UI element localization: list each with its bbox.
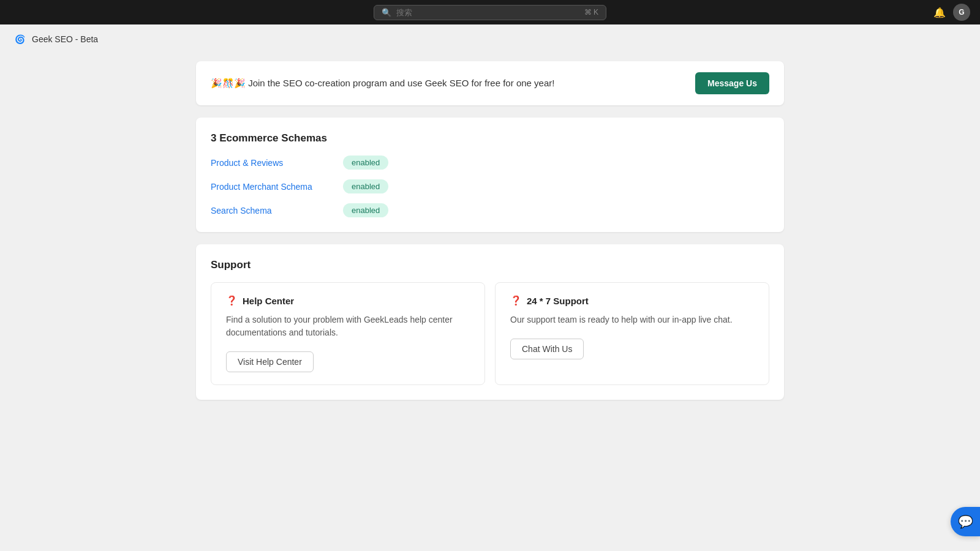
banner-message: Join the SEO co-creation program and use… xyxy=(246,78,554,88)
chat-with-us-button[interactable]: Chat With Us xyxy=(510,339,584,359)
support-247-title: 24 * 7 Support xyxy=(527,296,589,306)
logo-emoji: 🌀 xyxy=(15,34,25,44)
search-schema-link[interactable]: Search Schema xyxy=(211,206,333,216)
product-merchant-link[interactable]: Product Merchant Schema xyxy=(211,182,333,192)
page-title: Geek SEO - Beta xyxy=(32,34,98,44)
app-logo: 🌀 xyxy=(12,32,27,47)
search-shortcut: ⌘ K xyxy=(584,8,598,17)
help-center-desc: Find a solution to your problem with Gee… xyxy=(226,313,470,339)
panel-header: ❓ 24 * 7 Support xyxy=(510,295,754,306)
chat-bubble-icon: 💬 xyxy=(958,514,973,529)
table-row: Search Schema enabled xyxy=(211,203,769,217)
bell-icon[interactable]: 🔔 xyxy=(933,7,946,18)
topbar: 🔍 ⌘ K 🔔 G xyxy=(0,0,980,24)
support-247-desc: Our support team is ready to help with o… xyxy=(510,313,754,326)
support-card: Support ❓ Help Center Find a solution to… xyxy=(196,244,784,400)
avatar-label: G xyxy=(959,8,964,17)
topbar-right: 🔔 G xyxy=(933,4,970,21)
support-card-title: Support xyxy=(211,259,769,271)
main-content: 🎉🎊🎉 Join the SEO co-creation program and… xyxy=(0,54,980,407)
support-panels: ❓ Help Center Find a solution to your pr… xyxy=(211,282,769,385)
product-reviews-link[interactable]: Product & Reviews xyxy=(211,158,333,168)
visit-help-center-button[interactable]: Visit Help Center xyxy=(226,351,314,372)
support-247-icon: ❓ xyxy=(510,295,522,306)
chat-bubble[interactable]: 💬 xyxy=(951,507,980,536)
help-center-title: Help Center xyxy=(243,296,294,306)
status-badge: enabled xyxy=(343,179,388,193)
status-badge: enabled xyxy=(343,203,388,217)
panel-header: ❓ Help Center xyxy=(226,295,470,306)
message-us-button[interactable]: Message Us xyxy=(695,72,769,94)
banner: 🎉🎊🎉 Join the SEO co-creation program and… xyxy=(196,61,784,105)
schema-card-title: 3 Ecommerce Schemas xyxy=(211,132,769,144)
support-247-panel: ❓ 24 * 7 Support Our support team is rea… xyxy=(495,282,769,385)
help-center-icon: ❓ xyxy=(226,295,238,306)
app-header: 🌀 Geek SEO - Beta xyxy=(0,24,980,54)
schema-list: Product & Reviews enabled Product Mercha… xyxy=(211,156,769,217)
status-badge: enabled xyxy=(343,156,388,170)
search-bar[interactable]: 🔍 ⌘ K xyxy=(374,5,606,20)
search-icon: 🔍 xyxy=(382,8,391,17)
avatar[interactable]: G xyxy=(953,4,970,21)
banner-text: 🎉🎊🎉 Join the SEO co-creation program and… xyxy=(211,78,554,89)
help-center-panel: ❓ Help Center Find a solution to your pr… xyxy=(211,282,485,385)
schema-card: 3 Ecommerce Schemas Product & Reviews en… xyxy=(196,118,784,232)
table-row: Product Merchant Schema enabled xyxy=(211,179,769,193)
banner-emoji: 🎉🎊🎉 xyxy=(211,78,246,88)
search-input[interactable] xyxy=(396,8,579,17)
table-row: Product & Reviews enabled xyxy=(211,156,769,170)
